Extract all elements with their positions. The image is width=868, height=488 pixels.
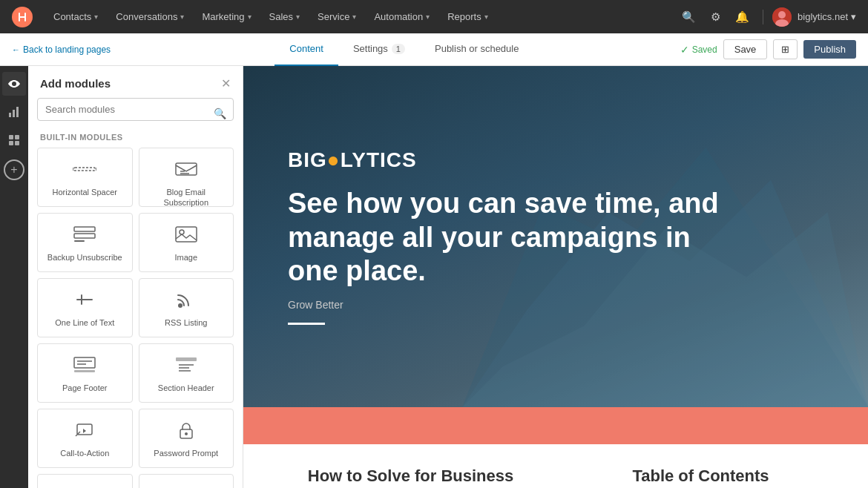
check-icon: ✓	[680, 44, 689, 56]
modules-panel: Add modules ✕ 🔍 BUILT-IN MODULES Horizon…	[28, 66, 243, 488]
back-arrow-icon: ←	[12, 45, 20, 54]
main-layout: + Add modules ✕ 🔍 BUILT-IN MODULES	[0, 66, 868, 488]
image-icon	[174, 225, 198, 246]
editor-header: ← Back to landing pages Content Settings…	[0, 33, 868, 66]
module-horizontal-spacer[interactable]: Horizontal Spacer	[37, 148, 133, 207]
svg-rect-10	[15, 141, 19, 145]
search-wrap: 🔍	[28, 98, 243, 128]
svg-point-2	[778, 11, 786, 19]
chevron-down-icon: ▾	[352, 13, 356, 21]
add-section-button[interactable]: +	[4, 159, 24, 180]
notifications-icon[interactable]: 🔔	[731, 6, 754, 28]
settings-badge: 1	[392, 44, 405, 54]
chevron-down-icon: ▾	[94, 13, 98, 21]
page-preview: BIG●LYTICS See how you can save time, an…	[243, 66, 868, 488]
svg-rect-6	[16, 107, 19, 117]
layout-view-button[interactable]: ⊞	[773, 39, 798, 59]
search-icon[interactable]: 🔍	[677, 6, 700, 28]
module-label: Password Prompt	[154, 448, 218, 458]
sidebar-icon-chart[interactable]	[2, 100, 26, 124]
sidebar-icon-eye[interactable]	[2, 72, 26, 96]
module-password-prompt[interactable]: Password Prompt	[139, 409, 234, 468]
module-one-line-text[interactable]: One Line of Text	[37, 278, 133, 337]
back-to-landing-pages[interactable]: ← Back to landing pages	[12, 44, 111, 55]
sidebar-icon-modules[interactable]	[2, 128, 26, 152]
col1-title: How to Solve for Business	[288, 466, 533, 486]
layout-icon: ⊞	[781, 44, 789, 55]
svg-rect-27	[176, 357, 197, 361]
svg-rect-24	[74, 370, 95, 372]
cta-icon	[73, 421, 96, 442]
module-backup-unsubscribe[interactable]: Backup Unsubscribe	[37, 213, 133, 272]
svg-rect-4	[9, 113, 11, 117]
editor-tabs: Content Settings 1 Publish or schedule	[128, 33, 680, 66]
module-label: Page Footer	[62, 383, 108, 393]
brand-logo: BIG●LYTICS	[288, 148, 823, 172]
search-submit-button[interactable]: 🔍	[214, 108, 226, 119]
chevron-down-icon: ▾	[296, 13, 300, 21]
svg-rect-8	[15, 135, 19, 139]
page-footer-icon	[73, 356, 96, 377]
module-header[interactable]: Header	[139, 474, 234, 488]
horizontal-spacer-icon	[73, 160, 96, 181]
tab-publish[interactable]: Publish or schedule	[420, 33, 533, 66]
svg-rect-5	[13, 110, 15, 117]
module-section-header[interactable]: Section Header	[139, 343, 234, 403]
section-header-icon	[174, 356, 198, 377]
nav-marketing[interactable]: Marketing ▾	[193, 0, 260, 33]
module-image[interactable]: Image	[139, 213, 234, 272]
built-in-section-label: BUILT-IN MODULES	[28, 128, 243, 148]
svg-rect-20	[176, 227, 197, 242]
publish-button[interactable]: Publish	[803, 40, 856, 59]
search-modules-input[interactable]	[37, 98, 234, 121]
sidebar-icon-rail: +	[0, 66, 28, 488]
module-logo[interactable]: Logo	[37, 474, 133, 488]
nav-items: Contacts ▾ Conversations ▾ Marketing ▾ S…	[45, 0, 677, 33]
hubspot-logo[interactable]	[12, 7, 33, 27]
blog-email-sub-icon	[174, 160, 198, 181]
hero-divider	[288, 323, 325, 325]
text-line-icon	[73, 291, 96, 311]
svg-line-32	[76, 432, 80, 436]
nav-contacts[interactable]: Contacts ▾	[45, 0, 107, 33]
module-call-to-action[interactable]: Call-to-Action	[37, 409, 133, 468]
chevron-down-icon: ▾	[248, 13, 251, 21]
hero-subheadline: Grow Better	[288, 299, 823, 311]
svg-rect-7	[9, 135, 13, 139]
save-button[interactable]: Save	[723, 39, 768, 59]
module-label: Call-to-Action	[60, 448, 109, 458]
module-blog-email-subscription[interactable]: Blog Email Subscription	[139, 148, 234, 207]
page-preview-area: BIG●LYTICS See how you can save time, an…	[243, 66, 868, 488]
content-col-1: How to Solve for Business	[288, 466, 533, 486]
chevron-down-icon: ▾	[851, 11, 856, 22]
nav-sales[interactable]: Sales ▾	[260, 0, 309, 33]
nav-right: 🔍 ⚙ 🔔 biglytics.net ▾	[677, 6, 856, 28]
salmon-divider-section	[243, 407, 868, 444]
nav-service[interactable]: Service ▾	[309, 0, 365, 33]
nav-automation[interactable]: Automation ▾	[365, 0, 438, 33]
module-page-footer[interactable]: Page Footer	[37, 343, 133, 403]
avatar[interactable]	[772, 7, 792, 27]
module-rss-listing[interactable]: RSS Listing	[139, 278, 234, 337]
saved-indicator: ✓ Saved	[680, 44, 717, 56]
tab-content[interactable]: Content	[274, 33, 338, 66]
module-label: Horizontal Spacer	[53, 187, 117, 197]
backup-unsub-icon	[73, 225, 96, 246]
module-label: One Line of Text	[55, 317, 114, 328]
logo-text: BIG●LYTICS	[288, 148, 417, 171]
settings-icon[interactable]: ⚙	[706, 6, 725, 28]
module-label: RSS Listing	[165, 317, 207, 328]
hero-headline: See how you can save time, and manage al…	[288, 187, 733, 288]
close-panel-button[interactable]: ✕	[221, 76, 231, 90]
svg-rect-9	[9, 141, 13, 145]
svg-rect-19	[74, 240, 85, 242]
top-navigation: Contacts ▾ Conversations ▾ Marketing ▾ S…	[0, 0, 868, 33]
hero-section: BIG●LYTICS See how you can save time, an…	[243, 66, 868, 407]
nav-conversations[interactable]: Conversations ▾	[107, 0, 193, 33]
svg-rect-23	[74, 357, 95, 368]
tab-settings[interactable]: Settings 1	[338, 33, 420, 66]
svg-point-22	[178, 303, 183, 308]
account-name[interactable]: biglytics.net ▾	[798, 11, 856, 22]
svg-rect-11	[74, 168, 95, 171]
nav-reports[interactable]: Reports ▾	[438, 0, 497, 33]
